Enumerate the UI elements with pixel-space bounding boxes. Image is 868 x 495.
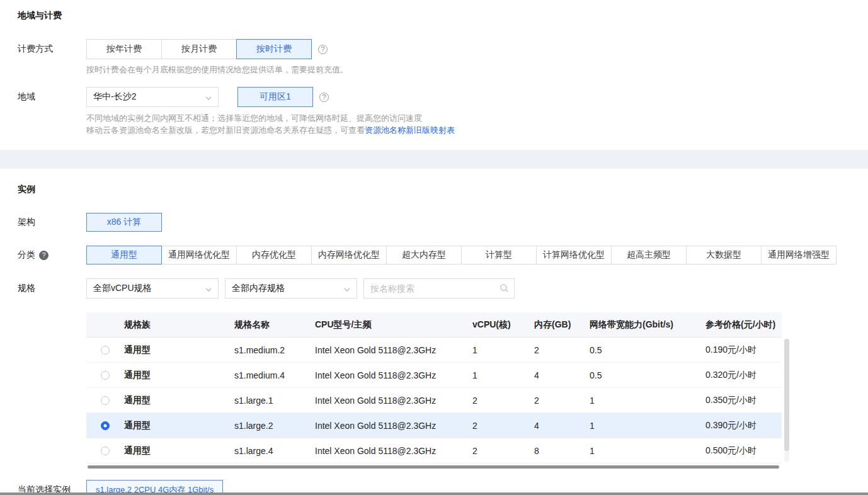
category-tab-6[interactable]: 计算型 bbox=[461, 246, 537, 265]
chevron-down-icon bbox=[344, 283, 350, 293]
zone-button[interactable]: 可用区1 bbox=[237, 87, 313, 107]
row-radio[interactable] bbox=[101, 396, 110, 405]
billing-method-row: 计费方式 按年计费按月计费按时计费 ? bbox=[0, 39, 868, 59]
cell-vcpu: 1 bbox=[472, 345, 534, 355]
table-header-row: 规格族规格名称CPU型号/主频vCPU(核)内存(GB)网络带宽能力(Gbit/… bbox=[86, 312, 782, 338]
cell-memory: 4 bbox=[534, 370, 590, 380]
row-radio[interactable] bbox=[101, 447, 110, 455]
table-row[interactable]: 通用型s1.medium.4Intel Xeon Gold 5118@2.3GH… bbox=[86, 363, 782, 388]
region-help-icon[interactable]: ? bbox=[319, 93, 329, 102]
category-label: 分类 bbox=[18, 249, 35, 261]
region-billing-title: 地域与计费 bbox=[0, 10, 868, 21]
pool-mapping-table-link[interactable]: 资源池名称新旧版映射表 bbox=[365, 125, 455, 135]
arch-option-1[interactable]: x86 计算 bbox=[86, 213, 162, 232]
category-tab-10[interactable]: 通用网络增强型 bbox=[761, 246, 837, 265]
table-row[interactable]: 通用型s1.large.1Intel Xeon Gold 5118@2.3GHz… bbox=[86, 388, 782, 413]
billing-option-3[interactable]: 按时计费 bbox=[236, 39, 312, 59]
radio-cell bbox=[86, 371, 124, 380]
cell-family: 通用型 bbox=[124, 344, 234, 356]
header-col-2: 规格名称 bbox=[234, 319, 315, 331]
cell-memory: 4 bbox=[534, 421, 590, 431]
memory-filter-value: 全部内存规格 bbox=[232, 283, 285, 294]
category-tab-5[interactable]: 超大内存型 bbox=[386, 246, 462, 265]
region-note-2: 移动云各资源池命名全新改版，若您对新旧资源池命名关系存在疑惑，可查看资源池名称新… bbox=[86, 124, 455, 136]
region-row: 地域 华中-长沙2 可用区1 ? bbox=[0, 87, 868, 107]
radio-cell bbox=[86, 346, 124, 355]
billing-option-1[interactable]: 按年计费 bbox=[86, 39, 162, 59]
cell-bandwidth: 1 bbox=[590, 446, 705, 456]
vertical-scrollbar-thumb[interactable] bbox=[784, 339, 789, 451]
category-tab-2[interactable]: 通用网络优化型 bbox=[161, 246, 237, 265]
instance-purchase-page: 地域与计费 计费方式 按年计费按月计费按时计费 ? 按时计费会在每个月底根据您的… bbox=[0, 0, 868, 495]
page-scrollbar[interactable] bbox=[0, 492, 868, 495]
cell-family: 通用型 bbox=[124, 370, 234, 381]
arch-label: 架构 bbox=[18, 217, 86, 228]
spec-search-input[interactable] bbox=[363, 278, 515, 299]
vcpu-filter-value: 全部vCPU规格 bbox=[93, 283, 152, 294]
radio-cell bbox=[86, 447, 124, 455]
category-tab-3[interactable]: 内存优化型 bbox=[236, 246, 312, 265]
cell-name: s1.large.4 bbox=[234, 446, 315, 456]
cell-cpu: Intel Xeon Gold 5118@2.3GHz bbox=[315, 345, 472, 355]
cell-bandwidth: 0.5 bbox=[590, 370, 705, 380]
region-select[interactable]: 华中-长沙2 bbox=[86, 87, 219, 107]
category-help-icon[interactable]: ? bbox=[39, 251, 49, 260]
cell-bandwidth: 0.5 bbox=[590, 345, 705, 355]
cell-vcpu: 2 bbox=[472, 395, 534, 406]
cell-memory: 2 bbox=[534, 345, 590, 355]
billing-method-group: 按年计费按月计费按时计费 bbox=[86, 39, 312, 59]
arch-row: 架构 x86 计算 bbox=[0, 213, 868, 232]
billing-method-label: 计费方式 bbox=[18, 43, 86, 55]
instance-title: 实例 bbox=[0, 184, 868, 195]
category-tab-8[interactable]: 超高主频型 bbox=[611, 246, 687, 265]
horizontal-scrollbar[interactable] bbox=[88, 465, 779, 469]
cell-price: 0.350元/小时 bbox=[705, 395, 782, 406]
category-tab-4[interactable]: 内存网络优化型 bbox=[311, 246, 387, 265]
header-col-6: 网络带宽能力(Gbit/s) bbox=[590, 319, 705, 331]
cell-family: 通用型 bbox=[124, 445, 234, 457]
spec-table: 规格族规格名称CPU型号/主频vCPU(核)内存(GB)网络带宽能力(Gbit/… bbox=[86, 312, 782, 464]
vcpu-filter-select[interactable]: 全部vCPU规格 bbox=[86, 278, 219, 299]
cell-vcpu: 2 bbox=[472, 446, 534, 456]
cell-name: s1.medium.4 bbox=[234, 370, 315, 380]
cell-family: 通用型 bbox=[124, 420, 234, 431]
region-note-1: 不同地域的实例之间内网互不相通；选择靠近您的地域，可降低网络时延、提高您的访问速… bbox=[86, 112, 455, 124]
cell-family: 通用型 bbox=[124, 395, 234, 406]
spec-filter-row: 规格 全部vCPU规格 全部内存规格 bbox=[0, 278, 868, 299]
header-col-3: CPU型号/主频 bbox=[315, 319, 472, 331]
radio-cell bbox=[86, 421, 124, 430]
cell-cpu: Intel Xeon Gold 5118@2.3GHz bbox=[315, 446, 472, 456]
cell-price: 0.190元/小时 bbox=[705, 344, 782, 356]
category-tab-1[interactable]: 通用型 bbox=[86, 246, 162, 265]
category-tab-7[interactable]: 计算网络优化型 bbox=[536, 246, 612, 265]
cell-cpu: Intel Xeon Gold 5118@2.3GHz bbox=[315, 370, 472, 380]
cell-cpu: Intel Xeon Gold 5118@2.3GHz bbox=[315, 421, 472, 431]
row-radio[interactable] bbox=[101, 421, 110, 430]
table-row[interactable]: 通用型s1.medium.2Intel Xeon Gold 5118@2.3GH… bbox=[86, 338, 782, 363]
cell-bandwidth: 1 bbox=[590, 421, 705, 431]
cell-cpu: Intel Xeon Gold 5118@2.3GHz bbox=[315, 395, 472, 406]
table-row[interactable]: 通用型s1.large.2Intel Xeon Gold 5118@2.3GHz… bbox=[86, 413, 782, 438]
billing-hint: 按时计费会在每个月底根据您的使用情况给您提供话单，需要提前充值。 bbox=[86, 64, 348, 76]
table-row[interactable]: 通用型s1.large.4Intel Xeon Gold 5118@2.3GHz… bbox=[86, 438, 782, 464]
search-icon bbox=[500, 283, 509, 295]
table-body: 通用型s1.medium.2Intel Xeon Gold 5118@2.3GH… bbox=[86, 338, 782, 464]
row-radio[interactable] bbox=[101, 371, 110, 380]
cell-price: 0.390元/小时 bbox=[705, 420, 782, 431]
row-radio[interactable] bbox=[101, 346, 110, 355]
category-tab-9[interactable]: 大数据型 bbox=[686, 246, 762, 265]
category-row: 分类 ? 通用型通用网络优化型内存优化型内存网络优化型超大内存型计算型计算网络优… bbox=[0, 246, 868, 265]
chevron-down-icon bbox=[205, 92, 212, 102]
billing-option-2[interactable]: 按月计费 bbox=[161, 39, 237, 59]
billing-help-icon[interactable]: ? bbox=[318, 45, 328, 54]
chevron-down-icon bbox=[205, 283, 212, 293]
cell-vcpu: 2 bbox=[472, 421, 534, 431]
cell-vcpu: 1 bbox=[472, 370, 534, 380]
memory-filter-select[interactable]: 全部内存规格 bbox=[225, 278, 357, 299]
category-tabs: 通用型通用网络优化型内存优化型内存网络优化型超大内存型计算型计算网络优化型超高主… bbox=[86, 246, 837, 265]
vertical-scrollbar[interactable] bbox=[784, 339, 789, 462]
cell-price: 0.500元/小时 bbox=[705, 445, 782, 457]
region-select-value: 华中-长沙2 bbox=[93, 91, 136, 103]
cell-bandwidth: 1 bbox=[590, 395, 705, 406]
cell-price: 0.320元/小时 bbox=[705, 370, 782, 381]
